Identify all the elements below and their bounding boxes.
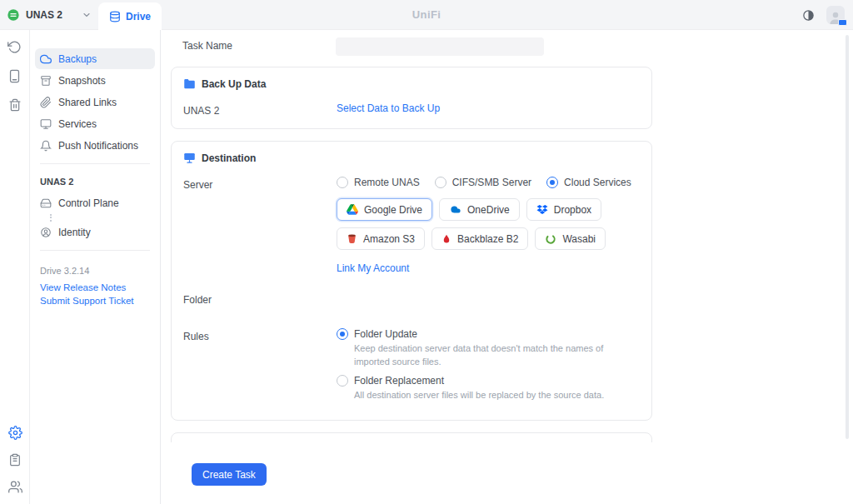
radio-circle: [337, 375, 348, 387]
database-icon: [109, 11, 121, 22]
backup-data-header: Back Up Data: [183, 77, 640, 90]
clipboard-icon[interactable]: [8, 453, 22, 467]
sidebar-item-label: Control Plane: [58, 197, 119, 209]
provider-buttons: Google Drive OneDrive Dropbox: [337, 198, 640, 250]
main-content: Task Name Back Up Data UNAS 2 Select Dat…: [161, 30, 853, 442]
top-bar: UNAS 2 Drive UniFi: [0, 0, 853, 30]
task-name-input[interactable]: [336, 37, 544, 56]
rules-label: Rules: [183, 328, 337, 342]
destination-header: Destination: [183, 152, 640, 164]
sidebar-item-backups[interactable]: Backups: [35, 48, 155, 69]
amazon-s3-icon: [347, 233, 357, 245]
provider-backblaze-b2[interactable]: Backblaze B2: [431, 227, 528, 250]
radio-cifs-smb[interactable]: CIFS/SMB Server: [435, 177, 531, 188]
user-avatar[interactable]: [826, 6, 845, 24]
radio-folder-replacement[interactable]: Folder Replacement: [337, 375, 640, 387]
cloud-backup-icon: [40, 53, 52, 65]
settings-gear-icon[interactable]: [8, 426, 22, 440]
recent-activity-icon[interactable]: [7, 40, 22, 54]
release-notes-link[interactable]: View Release Notes: [30, 281, 160, 294]
provider-wasabi[interactable]: Wasabi: [535, 227, 606, 250]
topbar-actions: [802, 0, 845, 30]
paperclip-icon: [40, 97, 52, 108]
provider-dropbox[interactable]: Dropbox: [526, 198, 601, 221]
bell-icon: [40, 140, 52, 152]
task-name-label: Task Name: [182, 37, 336, 52]
form-footer: Create Task: [161, 442, 853, 504]
backblaze-icon: [441, 233, 451, 245]
radio-label: CIFS/SMB Server: [452, 177, 531, 188]
google-drive-icon: [347, 204, 358, 215]
folder-row: Folder: [183, 292, 640, 306]
scrollbar[interactable]: [846, 35, 849, 439]
trash-icon[interactable]: [8, 98, 22, 112]
provider-label: OneDrive: [467, 204, 510, 216]
unifi-drive-app: UNAS 2 Drive UniFi: [0, 0, 853, 504]
theme-toggle-icon[interactable]: [802, 9, 815, 22]
backup-task-form: Task Name Back Up Data UNAS 2 Select Dat…: [161, 30, 853, 442]
divider: [40, 250, 150, 251]
backup-data-title: Back Up Data: [202, 78, 266, 90]
rule-description: All destination server files will be rep…: [354, 389, 640, 402]
radio-label: Cloud Services: [564, 177, 631, 188]
storage-device-icon[interactable]: [7, 69, 22, 83]
schedule-card: Schedule Occurs Daily: [171, 432, 652, 442]
monitor-icon: [40, 118, 52, 130]
backup-data-card: Back Up Data UNAS 2 Select Data to Back …: [171, 67, 652, 129]
rules-row: Rules Folder Update Keep destination ser…: [183, 328, 640, 408]
provider-label: Backblaze B2: [457, 233, 518, 245]
radio-circle: [435, 177, 446, 188]
divider: [40, 163, 150, 164]
wasabi-icon: [545, 233, 556, 245]
folder-icon: [183, 77, 196, 90]
folder-label: Folder: [183, 292, 337, 306]
chevron-down-icon: [82, 10, 92, 20]
provider-google-drive[interactable]: Google Drive: [337, 198, 432, 221]
sidebar-item-label: Snapshots: [58, 75, 106, 87]
console-name: UNAS 2: [26, 9, 62, 21]
avatar-badge: [838, 19, 847, 26]
task-name-row: Task Name: [182, 37, 652, 56]
provider-label: Amazon S3: [363, 233, 415, 245]
rule-description: Keep destination server data that doesn'…: [354, 342, 640, 369]
tab-drive-label: Drive: [126, 11, 151, 22]
destination-card: Destination Server Remote UNAS CIFS/: [171, 141, 652, 421]
provider-amazon-s3[interactable]: Amazon S3: [337, 227, 425, 250]
drive-version: Drive 3.2.14: [30, 258, 160, 281]
backup-source-label: UNAS 2: [183, 102, 337, 117]
tab-drive[interactable]: Drive: [98, 2, 162, 30]
users-icon[interactable]: [8, 480, 22, 494]
radio-cloud-services[interactable]: Cloud Services: [546, 177, 631, 188]
server-label: Server: [183, 177, 337, 191]
radio-label: Folder Update: [354, 328, 417, 340]
support-ticket-link[interactable]: Submit Support Ticket: [30, 294, 160, 307]
provider-row: Amazon S3 Backblaze B2 Wasabi: [337, 227, 640, 250]
server-row: Server Remote UNAS CIFS/SMB Server: [183, 177, 640, 274]
radio-circle: [337, 328, 348, 340]
create-task-button[interactable]: Create Task: [192, 463, 267, 486]
link-my-account[interactable]: Link My Account: [337, 262, 409, 274]
provider-label: Dropbox: [554, 204, 591, 216]
console-icon: [7, 8, 20, 22]
radio-folder-update[interactable]: Folder Update: [337, 328, 640, 340]
icon-rail: [0, 30, 30, 504]
sidebar-item-services[interactable]: Services: [35, 113, 155, 134]
sidebar-item-identity[interactable]: Identity: [35, 222, 155, 242]
console-switcher[interactable]: UNAS 2: [7, 0, 92, 30]
provider-onedrive[interactable]: OneDrive: [439, 198, 520, 221]
sidebar-item-push-notifications[interactable]: Push Notifications: [35, 135, 155, 156]
provider-row: Google Drive OneDrive Dropbox: [337, 198, 640, 221]
radio-remote-unas[interactable]: Remote UNAS: [337, 177, 420, 188]
radio-label: Folder Replacement: [354, 375, 444, 387]
radio-circle: [546, 177, 558, 188]
sidebar-item-control-plane[interactable]: Control Plane: [35, 192, 155, 213]
sidebar-item-snapshots[interactable]: Snapshots: [35, 70, 155, 91]
rules-options: Folder Update Keep destination server da…: [337, 328, 640, 408]
rail-top-group: [0, 30, 29, 112]
sidebar-item-shared-links[interactable]: Shared Links: [35, 92, 155, 112]
control-plane-icon: [40, 197, 52, 209]
identity-icon: [40, 227, 52, 238]
destination-title: Destination: [202, 152, 256, 164]
provider-label: Wasabi: [562, 233, 596, 245]
select-data-link[interactable]: Select Data to Back Up: [337, 102, 440, 114]
